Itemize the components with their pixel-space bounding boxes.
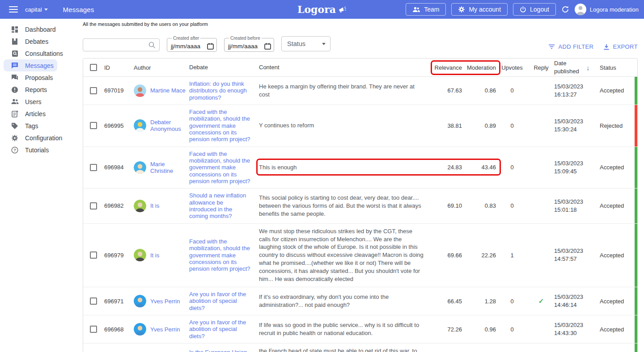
date-published: 15/03/202314:46:14 xyxy=(554,293,600,309)
user-name: Logora moderation xyxy=(590,6,639,13)
relevance-value: 69.66 xyxy=(433,252,462,259)
sidebar-item-proposals[interactable]: Proposals xyxy=(4,71,57,84)
status-strip xyxy=(635,77,637,105)
time-value: 15:30:24 xyxy=(554,126,600,134)
relevance-value: 67.63 xyxy=(433,87,462,94)
sidebar-item-articles[interactable]: Articles xyxy=(4,108,57,120)
row-checkbox[interactable] xyxy=(90,122,97,129)
debate-link[interactable]: Inflation: do you think distributors do … xyxy=(189,77,259,105)
sidebar-item-users[interactable]: Users xyxy=(4,96,57,108)
author-cell: Debater Anonymous xyxy=(134,119,189,132)
content-cell: This is enough xyxy=(259,160,433,175)
select-all-checkbox[interactable] xyxy=(90,64,97,71)
team-button[interactable]: Team xyxy=(406,3,446,16)
created-before-value: jj/mm/aaaa xyxy=(228,43,258,50)
created-after-field[interactable]: Created after jj/mm/aaaa xyxy=(167,36,217,52)
content-text: the French head of state must be able to… xyxy=(259,348,423,352)
proposals-icon xyxy=(11,74,19,81)
created-before-field[interactable]: Created before jj/mm/aaaa xyxy=(224,36,274,52)
refresh-icon[interactable] xyxy=(561,5,569,13)
sidebar-item-debates[interactable]: Debates xyxy=(4,35,57,47)
logout-label: Logout xyxy=(530,6,549,13)
moderation-value: 43.46 xyxy=(462,164,496,171)
message-id: 696968 xyxy=(104,326,134,333)
author-link[interactable]: Martine Mace xyxy=(150,87,186,94)
table-header-row: ID Author Debate Content Relevance Moder… xyxy=(83,59,637,77)
status-strip xyxy=(635,147,637,189)
debate-link[interactable]: Faced with the mobilization, should the … xyxy=(189,147,259,189)
sort-descending-icon[interactable]: ↓ xyxy=(586,63,590,72)
author-link[interactable]: Yves Perrin xyxy=(150,298,186,305)
status-strip xyxy=(635,105,637,147)
debate-link[interactable]: Is the European Union doing enough to he… xyxy=(189,345,259,352)
author-link[interactable]: Debater Anonymous xyxy=(150,119,186,132)
menu-icon[interactable] xyxy=(9,6,18,13)
status-value: Accepted xyxy=(600,252,635,259)
sidebar: DashboardDebatesConsultationsMessagesPro… xyxy=(0,19,83,352)
debate-link[interactable]: Are you in favor of the abolition of spe… xyxy=(189,315,259,343)
author-link[interactable]: It is xyxy=(150,202,186,209)
debate-link[interactable]: Faced with the mobilization, should the … xyxy=(189,105,259,147)
search-input[interactable] xyxy=(87,42,148,48)
moderation-value: 0.96 xyxy=(462,326,496,333)
moderation-value: 0.86 xyxy=(462,87,496,94)
calendar-icon[interactable] xyxy=(264,43,271,50)
sidebar-item-reports[interactable]: Reports xyxy=(4,84,57,96)
author-cell: Martine Mace xyxy=(134,84,189,97)
status-dropdown[interactable]: Status xyxy=(281,36,330,51)
content-cell: He keeps a margin by offering their bran… xyxy=(259,79,433,102)
sidebar-item-configuration[interactable]: Configuration xyxy=(4,132,57,144)
author-link[interactable]: It is xyxy=(150,252,186,259)
moderation-value: 22.26 xyxy=(462,252,496,259)
header-upvotes: Upvotes xyxy=(496,64,528,71)
row-checkbox[interactable] xyxy=(90,251,97,259)
add-filter-button[interactable]: ADD FILTER xyxy=(548,43,593,50)
upvotes-value: 0 xyxy=(496,202,528,209)
row-checkbox[interactable] xyxy=(90,326,97,333)
author-avatar xyxy=(134,249,146,261)
sidebar-item-label: Tutorials xyxy=(25,147,49,154)
sidebar-item-consultations[interactable]: Consultations xyxy=(4,47,57,59)
export-button[interactable]: EXPORT xyxy=(603,43,638,50)
project-switcher[interactable]: capital xyxy=(25,6,48,13)
search-box[interactable] xyxy=(83,38,160,51)
calendar-icon[interactable] xyxy=(207,43,214,50)
project-name: capital xyxy=(25,6,42,13)
date-value: 15/03/2023 xyxy=(554,83,600,91)
topbar: capital Messages Logora Team My account … xyxy=(0,0,644,19)
message-id: 696979 xyxy=(104,252,134,259)
date-value: 15/03/2023 xyxy=(554,293,600,301)
author-link[interactable]: Marie Christine xyxy=(150,161,186,174)
time-value: 15:09:45 xyxy=(554,168,600,176)
debate-link[interactable]: Faced with the mobilization, should the … xyxy=(189,235,259,276)
message-id: 696982 xyxy=(104,202,134,209)
page-subtitle: All the messages submitted by the users … xyxy=(83,21,638,27)
relevance-value: 66.45 xyxy=(433,298,462,305)
user-menu[interactable]: Logora moderation xyxy=(575,4,639,15)
sidebar-item-tags[interactable]: Tags xyxy=(4,120,57,132)
row-checkbox[interactable] xyxy=(90,164,97,171)
sidebar-item-dashboard[interactable]: Dashboard xyxy=(4,23,57,35)
logout-button[interactable]: Logout xyxy=(513,3,556,16)
debate-link[interactable]: Should a new inflation allowance be intr… xyxy=(189,189,259,223)
row-checkbox[interactable] xyxy=(90,202,97,210)
debate-link[interactable]: Are you in favor of the abolition of spe… xyxy=(189,287,259,315)
my-account-button[interactable]: My account xyxy=(451,3,508,16)
author-link[interactable]: Yves Perrin xyxy=(150,326,186,333)
content-text: We must stop these ridiculous strikes le… xyxy=(259,228,424,283)
moderation-value: 1.28 xyxy=(462,298,496,305)
table-row: 696954Jimmy MoulinetIs the European Unio… xyxy=(83,344,637,352)
filter-icon xyxy=(548,44,555,49)
row-checkbox[interactable] xyxy=(90,298,97,305)
sidebar-item-label: Debates xyxy=(25,38,48,45)
export-label: EXPORT xyxy=(613,43,638,50)
content-cell: This social policy is starting to cost d… xyxy=(259,190,433,222)
sidebar-item-messages[interactable]: Messages xyxy=(4,59,57,71)
power-icon xyxy=(520,6,526,13)
header-id: ID xyxy=(104,64,134,71)
time-value: 14:57:57 xyxy=(554,255,600,263)
row-checkbox[interactable] xyxy=(90,87,97,94)
sidebar-item-tutorials[interactable]: ?Tutorials xyxy=(4,144,57,156)
author-avatar xyxy=(134,84,146,97)
message-id: 696995 xyxy=(104,122,134,129)
